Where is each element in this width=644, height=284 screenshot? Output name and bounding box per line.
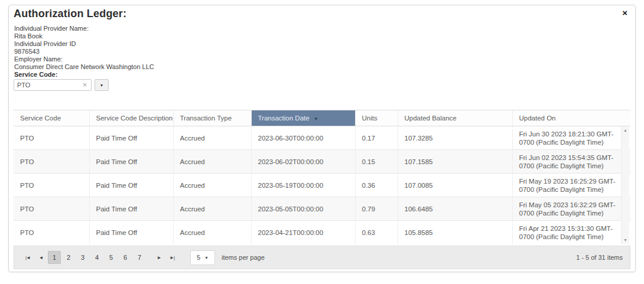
col-header-transaction-date[interactable]: Transaction Date▼: [251, 110, 355, 126]
next-page-button[interactable]: ►: [152, 251, 165, 264]
first-page-button[interactable]: |◄: [21, 251, 34, 264]
cell-updated-on: Fri Apr 21 2023 15:31:30 GMT-0700 (Pacif…: [512, 221, 630, 244]
table-row: PTO Paid Time Off Accrued 2023-05-19T00:…: [14, 174, 630, 197]
service-code-dropdown-button[interactable]: ▼: [95, 79, 109, 91]
cell-updated-on: Fri May 05 2023 16:32:29 GMT-0700 (Pacif…: [512, 197, 630, 221]
service-code-input[interactable]: PTO ×: [14, 79, 92, 91]
provider-info: Individual Provider Name: Rita Book Indi…: [14, 25, 154, 71]
prev-page-button[interactable]: ◄: [34, 251, 47, 264]
scroll-down-icon[interactable]: ▼: [622, 238, 629, 242]
page-button-4[interactable]: 4: [90, 251, 103, 264]
table-header-row: Service Code Service Code Description Tr…: [14, 110, 630, 126]
employer-name-value: Consumer Direct Care Network Washington …: [14, 63, 154, 71]
cell-transaction-date: 2023-06-30T00:00:00: [251, 126, 355, 150]
authorization-ledger-dialog: × Authorization Ledger: Individual Provi…: [8, 5, 636, 272]
cell-updated-balance: 106.6485: [398, 197, 512, 221]
cell-transaction-type: Accrued: [173, 174, 251, 197]
page-button-2[interactable]: 2: [62, 251, 75, 264]
cell-units: 0.63: [355, 221, 398, 244]
col-header-service-code[interactable]: Service Code: [14, 110, 89, 126]
cell-transaction-date: 2023-06-02T00:00:00: [251, 150, 355, 174]
ledger-grid: Service Code Service Code Description Tr…: [14, 110, 630, 244]
provider-id-label: Individual Provider ID: [14, 40, 154, 48]
ledger-table: Service Code Service Code Description Tr…: [14, 110, 630, 244]
cell-service-code: PTO: [14, 126, 89, 150]
service-code-value: PTO: [17, 81, 82, 89]
cell-service-code: PTO: [14, 221, 89, 244]
scroll-up-icon[interactable]: ▲: [622, 128, 629, 132]
cell-units: 0.17: [355, 126, 398, 150]
col-header-updated-balance[interactable]: Updated Balance: [398, 110, 512, 126]
last-page-button[interactable]: ►|: [165, 251, 178, 264]
cell-updated-on: Fri Jun 02 2023 15:54:35 GMT-0700 (Pacif…: [512, 150, 630, 174]
cell-units: 0.36: [355, 174, 398, 197]
col-header-updated-on[interactable]: Updated On: [512, 110, 630, 126]
page-button-6[interactable]: 6: [119, 251, 132, 264]
table-scrollbar[interactable]: ▲ ▼: [621, 126, 629, 244]
cell-updated-on: Fri May 19 2023 16:25:29 GMT-0700 (Pacif…: [512, 174, 630, 197]
table-row: PTO Paid Time Off Accrued 2023-06-02T00:…: [14, 150, 630, 174]
service-code-combobox: PTO × ▼: [14, 79, 109, 91]
cell-transaction-type: Accrued: [173, 197, 251, 221]
provider-id-value: 9876543: [14, 48, 154, 56]
service-code-label: Service Code:: [14, 71, 57, 78]
cell-updated-balance: 105.8585: [398, 221, 512, 244]
employer-name-label: Employer Name:: [14, 56, 154, 63]
cell-units: 0.15: [355, 150, 398, 174]
page-button-1[interactable]: 1: [48, 251, 61, 264]
cell-service-code-description: Paid Time Off: [89, 197, 173, 221]
page-background: × Authorization Ledger: Individual Provi…: [0, 0, 644, 284]
provider-name-label: Individual Provider Name:: [14, 25, 154, 32]
cell-updated-balance: 107.0085: [398, 174, 512, 197]
pager-range-label: 1 - 5 of 31 items: [576, 254, 623, 261]
table-row: PTO Paid Time Off Accrued 2023-06-30T00:…: [14, 126, 630, 150]
page-size-value: 5: [197, 254, 200, 261]
cell-service-code-description: Paid Time Off: [89, 221, 173, 244]
table-row: PTO Paid Time Off Accrued 2023-05-05T00:…: [14, 197, 630, 221]
cell-service-code-description: Paid Time Off: [89, 174, 173, 197]
cell-service-code: PTO: [14, 150, 89, 174]
page-button-7[interactable]: 7: [133, 251, 146, 264]
close-icon[interactable]: ×: [622, 8, 627, 17]
page-size-dropdown[interactable]: 5 ▼: [190, 250, 215, 265]
chevron-down-icon: ▼: [204, 256, 209, 260]
cell-transaction-date: 2023-04-21T00:00:00: [251, 221, 355, 244]
cell-transaction-date: 2023-05-05T00:00:00: [251, 197, 355, 221]
col-header-transaction-date-label: Transaction Date: [258, 115, 310, 122]
page-button-5[interactable]: 5: [105, 251, 118, 264]
col-header-transaction-type[interactable]: Transaction Type: [173, 110, 251, 126]
cell-transaction-date: 2023-05-19T00:00:00: [251, 174, 355, 197]
col-header-service-code-description[interactable]: Service Code Description: [89, 110, 173, 126]
sort-desc-icon: ▼: [314, 116, 318, 122]
cell-units: 0.79: [355, 197, 398, 221]
cell-service-code: PTO: [14, 197, 89, 221]
cell-transaction-type: Accrued: [173, 221, 251, 244]
cell-service-code: PTO: [14, 174, 89, 197]
provider-name-value: Rita Book: [14, 32, 154, 40]
dialog-title: Authorization Ledger:: [14, 8, 126, 20]
cell-updated-balance: 107.3285: [398, 126, 512, 150]
cell-updated-balance: 107.1585: [398, 150, 512, 174]
chevron-down-icon: ▼: [100, 83, 104, 87]
page-button-3[interactable]: 3: [76, 251, 89, 264]
clear-icon[interactable]: ×: [82, 81, 88, 89]
items-per-page-label: items per page: [222, 254, 265, 261]
cell-updated-on: Fri Jun 30 2023 18:21:30 GMT-0700 (Pacif…: [512, 126, 630, 150]
cell-transaction-type: Accrued: [173, 126, 251, 150]
col-header-units[interactable]: Units: [355, 110, 398, 126]
table-row: PTO Paid Time Off Accrued 2023-04-21T00:…: [14, 221, 630, 244]
cell-transaction-type: Accrued: [173, 150, 251, 174]
cell-service-code-description: Paid Time Off: [89, 126, 173, 150]
cell-service-code-description: Paid Time Off: [89, 150, 173, 174]
pager: |◄ ◄ 1 2 3 4 5 6 7 ► ►| 5 ▼ items per pa…: [14, 246, 630, 269]
